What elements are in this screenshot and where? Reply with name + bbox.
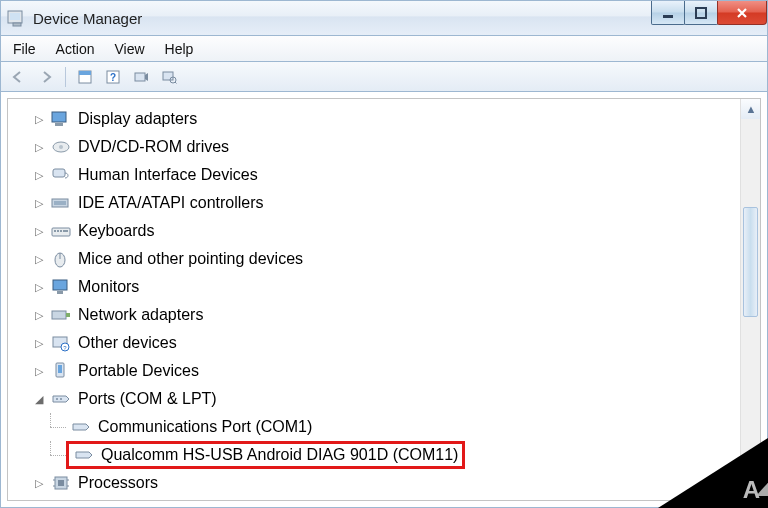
tree-item-monitors[interactable]: ▷ Monitors — [32, 273, 740, 301]
ide-controller-icon — [50, 192, 72, 214]
app-icon — [7, 8, 27, 28]
minimize-button[interactable] — [651, 1, 685, 25]
svg-rect-16 — [53, 169, 65, 177]
help-button[interactable]: ? — [102, 66, 124, 88]
tree-item-label: Portable Devices — [78, 362, 199, 380]
tree-frame: ▷ Display adapters ▷ DVD/CD-ROM drives ▷… — [7, 98, 761, 501]
other-devices-icon: ? — [50, 332, 72, 354]
expand-icon[interactable]: ▷ — [32, 308, 46, 322]
svg-point-15 — [59, 145, 63, 149]
svg-rect-38 — [58, 480, 64, 486]
forward-button[interactable] — [35, 66, 57, 88]
scroll-thumb[interactable] — [743, 207, 758, 317]
disc-drive-icon — [50, 136, 72, 158]
svg-rect-34 — [58, 365, 62, 373]
svg-rect-20 — [54, 230, 56, 232]
tree-item-label: Keyboards — [78, 222, 155, 240]
monitor-icon — [50, 276, 72, 298]
properties-button[interactable] — [74, 66, 96, 88]
tree-item-processors[interactable]: ▷ Processors — [32, 469, 740, 497]
menu-view[interactable]: View — [106, 39, 152, 59]
tree-item-network[interactable]: ▷ Network adapters — [32, 301, 740, 329]
svg-rect-22 — [60, 230, 62, 232]
tree-item-label: Monitors — [78, 278, 139, 296]
tree-item-label: Ports (COM & LPT) — [78, 390, 217, 408]
tree-item-dvd[interactable]: ▷ DVD/CD-ROM drives — [32, 133, 740, 161]
expand-icon[interactable]: ▷ — [32, 140, 46, 154]
svg-rect-3 — [663, 15, 673, 18]
tree-item-display-adapters[interactable]: ▷ Display adapters — [32, 105, 740, 133]
scan-button[interactable] — [130, 66, 152, 88]
maximize-button[interactable] — [684, 1, 718, 25]
expand-icon[interactable]: ▷ — [32, 112, 46, 126]
tree-item-label: Other devices — [78, 334, 177, 352]
expand-icon[interactable]: ▷ — [32, 476, 46, 490]
tree-item-label: DVD/CD-ROM drives — [78, 138, 229, 156]
svg-rect-6 — [79, 71, 91, 75]
tree-item-mice[interactable]: ▷ Mice and other pointing devices — [32, 245, 740, 273]
menu-action[interactable]: Action — [48, 39, 103, 59]
tree-item-keyboards[interactable]: ▷ Keyboards — [32, 217, 740, 245]
back-button[interactable] — [7, 66, 29, 88]
show-hidden-button[interactable] — [158, 66, 180, 88]
tree-item-label: Communications Port (COM1) — [98, 418, 312, 436]
svg-rect-18 — [54, 201, 66, 205]
com-port-icon — [70, 416, 92, 438]
expand-icon[interactable]: ▷ — [32, 224, 46, 238]
menu-help[interactable]: Help — [157, 39, 202, 59]
tree-item-hid[interactable]: ▷ Human Interface Devices — [32, 161, 740, 189]
svg-rect-12 — [52, 112, 66, 122]
tree-item-qualcomm-diag[interactable]: Qualcomm HS-USB Android DIAG 901D (COM11… — [32, 441, 740, 469]
svg-rect-2 — [13, 23, 21, 26]
svg-rect-10 — [163, 72, 173, 80]
expand-icon[interactable]: ▷ — [32, 196, 46, 210]
svg-rect-26 — [53, 280, 67, 290]
portable-device-icon — [50, 360, 72, 382]
svg-rect-23 — [63, 230, 68, 232]
tree-item-label: Processors — [78, 474, 158, 492]
tree-item-label: Mice and other pointing devices — [78, 250, 303, 268]
mouse-icon — [50, 248, 72, 270]
svg-rect-9 — [135, 73, 145, 81]
client-area: ▷ Display adapters ▷ DVD/CD-ROM drives ▷… — [0, 92, 768, 508]
tree-item-label: IDE ATA/ATAPI controllers — [78, 194, 264, 212]
tree-item-label: Network adapters — [78, 306, 203, 324]
hid-icon — [50, 164, 72, 186]
highlighted-device: Qualcomm HS-USB Android DIAG 901D (COM11… — [66, 441, 465, 469]
expand-icon[interactable]: ▷ — [32, 336, 46, 350]
expand-icon[interactable]: ▷ — [32, 252, 46, 266]
window-title: Device Manager — [33, 10, 142, 27]
tree-item-ports[interactable]: ◢ Ports (COM & LPT) — [32, 385, 740, 413]
tree-item-ide[interactable]: ▷ IDE ATA/ATAPI controllers — [32, 189, 740, 217]
tree-item-label: Display adapters — [78, 110, 197, 128]
expand-icon[interactable]: ▷ — [32, 364, 46, 378]
expand-icon[interactable]: ▷ — [32, 168, 46, 182]
svg-rect-1 — [10, 13, 20, 20]
sound-icon — [50, 500, 72, 501]
title-bar: Device Manager — [0, 0, 768, 36]
watermark-letter: A — [743, 476, 760, 504]
svg-rect-28 — [52, 311, 66, 319]
tree-item-label: Human Interface Devices — [78, 166, 258, 184]
expand-icon[interactable]: ▷ — [32, 280, 46, 294]
close-button[interactable] — [717, 1, 767, 25]
com-port-icon — [73, 444, 95, 466]
tree-item-portable[interactable]: ▷ Portable Devices — [32, 357, 740, 385]
device-tree[interactable]: ▷ Display adapters ▷ DVD/CD-ROM drives ▷… — [8, 99, 740, 500]
svg-point-35 — [56, 398, 58, 400]
svg-rect-4 — [696, 8, 706, 18]
menu-file[interactable]: File — [5, 39, 44, 59]
toolbar: ? — [0, 62, 768, 92]
scroll-up-button[interactable]: ▲ — [741, 99, 761, 119]
display-adapter-icon — [50, 108, 72, 130]
tree-item-other[interactable]: ▷ ? Other devices — [32, 329, 740, 357]
keyboard-icon — [50, 220, 72, 242]
svg-rect-29 — [66, 313, 70, 317]
toolbar-separator — [65, 67, 66, 87]
tree-item-com1[interactable]: Communications Port (COM1) — [32, 413, 740, 441]
svg-rect-27 — [57, 291, 63, 294]
svg-rect-21 — [57, 230, 59, 232]
tree-item-sound[interactable]: ▷ Sound, video and game controllers — [32, 497, 740, 501]
collapse-icon[interactable]: ◢ — [32, 392, 46, 406]
tree-item-label: Qualcomm HS-USB Android DIAG 901D (COM11… — [101, 446, 458, 464]
